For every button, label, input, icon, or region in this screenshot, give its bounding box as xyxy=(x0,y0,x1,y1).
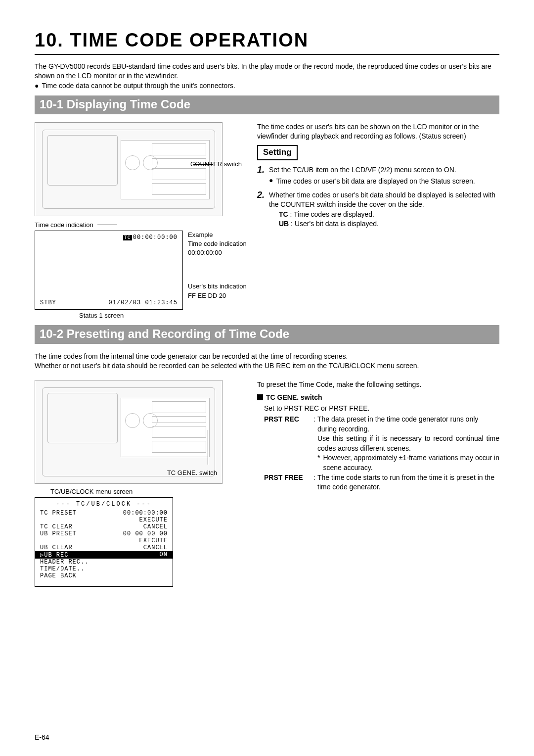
camera-diagram-1: COUNTER switch xyxy=(35,122,222,216)
page-number: E-64 xyxy=(35,733,49,741)
sec2-intro-line1: The time codes from the internal time co… xyxy=(35,352,499,362)
preset-lead: To preset the Time Code, make the follow… xyxy=(257,380,499,390)
intro-block: The GY-DV5000 records EBU-standard time … xyxy=(35,62,499,90)
intro-paragraph: The GY-DV5000 records EBU-standard time … xyxy=(35,62,499,81)
menu-r6l: UB CLEAR xyxy=(40,544,73,551)
section-10-1-header: 10-1 Displaying Time Code xyxy=(35,95,499,114)
tc-ub-clock-menu: --- TC/UB/CLOCK --- TC PRESET00:00:00:00… xyxy=(35,497,173,587)
status-tc-readout: TC00:00:00:00 xyxy=(123,234,178,241)
intro-bullet-text: Time code data cannot be output through … xyxy=(42,82,235,90)
tc-gene-switch-label: TC GENE. switch xyxy=(167,469,217,476)
menu-r2r: EXECUTE xyxy=(139,517,168,523)
prst-rec-star: However, approximately ±1-frame variatio… xyxy=(323,453,499,472)
prst-rec-desc-1: The data preset in the time code generat… xyxy=(317,415,499,434)
menu-r1r: 00:00:00:00 xyxy=(123,510,168,517)
example-block: Example Time code indication 00:00:00:00… xyxy=(188,231,262,300)
tc-badge: TC xyxy=(123,235,132,240)
step-1: 1. Set the TC/UB item on the LCD/VF (2/2… xyxy=(257,165,499,187)
status-caption: Status 1 screen xyxy=(79,312,242,319)
step-1-sub: Time codes or user's bit data are displa… xyxy=(276,177,475,187)
asterisk: * xyxy=(317,453,320,472)
bullet-dot: ● xyxy=(269,177,273,187)
step-2-ub: User's bit data is displayed. xyxy=(295,220,379,228)
tc-gene-header: TC GENE. switch xyxy=(257,393,499,402)
example-tc-label: Time code indication xyxy=(188,239,262,248)
step-2-text: Whether time codes or user's bit data sh… xyxy=(269,191,495,209)
menu-r3l: TC CLEAR xyxy=(40,523,73,530)
intro-bullet: ● Time code data cannot be output throug… xyxy=(35,82,499,90)
setting-box: Setting xyxy=(257,145,298,160)
status-stby: STBY xyxy=(40,299,56,306)
menu-r4r: 00 00 00 00 xyxy=(123,530,168,537)
prst-free-desc: The time code starts to run from the tim… xyxy=(317,473,499,492)
menu-r6r: CANCEL xyxy=(143,544,168,551)
bullet-dot: ● xyxy=(35,82,39,90)
square-icon xyxy=(257,394,263,400)
status-tc-value: 00:00:00:00 xyxy=(133,234,178,241)
prst-rec-desc-2: Use this setting if it is necessary to r… xyxy=(317,434,499,453)
tc-gene-header-text: TC GENE. switch xyxy=(266,393,322,401)
time-code-indication-label: Time code indication xyxy=(35,221,93,229)
menu-r5r: EXECUTE xyxy=(139,537,168,544)
step-1-text: Set the TC/UB item on the LCD/VF (2/2) m… xyxy=(269,166,456,174)
example-ub-val: FF EE DD 20 xyxy=(188,291,262,300)
sec2-intro-line2: Whether or not user's bit data should be… xyxy=(35,361,499,371)
example-label: Example xyxy=(188,231,262,239)
prst-free-label: PRST FREE xyxy=(264,473,313,492)
menu-caption: TC/UB/CLOCK menu screen xyxy=(50,488,242,495)
counter-switch-label: COUNTER switch xyxy=(190,160,242,168)
menu-r7r: ON xyxy=(155,551,173,559)
menu-r7l: ▷UB REC xyxy=(35,551,73,559)
step-2-num: 2. xyxy=(257,190,266,229)
menu-r4l: UB PRESET xyxy=(40,530,77,537)
chapter-title: 10. TIME CODE OPERATION xyxy=(35,30,499,51)
section-10-2-header: 10-2 Presetting and Recording of Time Co… xyxy=(35,325,499,344)
status-screen-box: TC00:00:00:00 STBY 01/02/03 01:23:45 xyxy=(35,231,183,310)
example-tc-val: 00:00:00:00 xyxy=(188,248,262,257)
menu-header: --- TC/UB/CLOCK --- xyxy=(40,501,168,508)
tc-gene-set: Set to PRST REC or PRST FREE. xyxy=(264,404,499,414)
camera-diagram-2: TC GENE. switch xyxy=(35,380,222,484)
status-datetime: 01/02/03 01:23:45 xyxy=(109,299,178,306)
step-2-tc: Time codes are displayed. xyxy=(294,210,374,218)
step-1-num: 1. xyxy=(257,165,266,187)
sec1-right-intro: The time codes or user's bits can be sho… xyxy=(257,122,499,141)
prst-rec-label: PRST REC xyxy=(264,415,313,473)
menu-r9l: TIME/DATE.. xyxy=(40,566,85,572)
menu-highlight-row: ▷UB RECON xyxy=(35,551,173,559)
menu-r8l: HEADER REC.. xyxy=(40,559,89,566)
sec2-intro: The time codes from the internal time co… xyxy=(35,352,499,371)
menu-r1l: TC PRESET xyxy=(40,510,77,517)
example-ub-label: User's bits indication xyxy=(188,282,262,291)
step-2: 2. Whether time codes or user's bit data… xyxy=(257,190,499,229)
horizontal-rule xyxy=(35,54,499,55)
menu-r10l: PAGE BACK xyxy=(40,572,77,579)
menu-r3r: CANCEL xyxy=(143,523,168,530)
